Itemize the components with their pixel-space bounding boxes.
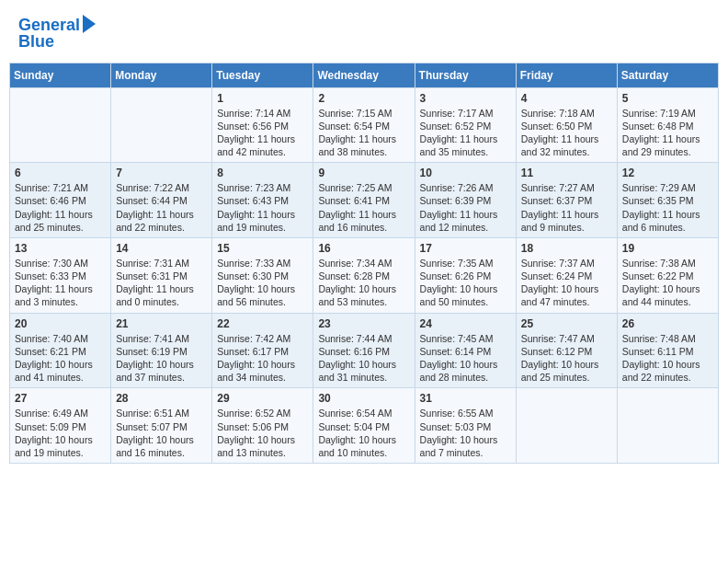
day-info: Sunrise: 6:55 AMSunset: 5:03 PMDaylight:… xyxy=(420,407,511,459)
calendar-header: SundayMondayTuesdayWednesdayThursdayFrid… xyxy=(10,63,719,87)
logo: General Blue xyxy=(18,17,96,52)
day-info: Sunrise: 6:52 AMSunset: 5:06 PMDaylight:… xyxy=(217,407,308,459)
day-number: 21 xyxy=(116,317,207,330)
calendar-cell: 17Sunrise: 7:35 AMSunset: 6:26 PMDayligh… xyxy=(415,237,516,313)
calendar-week-3: 13Sunrise: 7:30 AMSunset: 6:33 PMDayligh… xyxy=(10,237,719,313)
calendar-cell xyxy=(516,388,617,464)
day-info: Sunrise: 7:38 AMSunset: 6:22 PMDaylight:… xyxy=(622,257,713,309)
day-number: 14 xyxy=(116,242,207,255)
day-number: 6 xyxy=(15,167,106,179)
calendar-cell: 6Sunrise: 7:21 AMSunset: 6:46 PMDaylight… xyxy=(10,163,111,238)
calendar-cell: 24Sunrise: 7:45 AMSunset: 6:14 PMDayligh… xyxy=(415,313,516,388)
day-number: 15 xyxy=(217,242,308,255)
calendar-cell: 29Sunrise: 6:52 AMSunset: 5:06 PMDayligh… xyxy=(212,388,313,464)
day-number: 3 xyxy=(420,92,511,105)
day-number: 10 xyxy=(420,167,511,179)
day-number: 24 xyxy=(420,317,511,330)
calendar-cell: 3Sunrise: 7:17 AMSunset: 6:52 PMDaylight… xyxy=(415,87,516,163)
day-number: 22 xyxy=(217,317,308,330)
calendar-cell: 28Sunrise: 6:51 AMSunset: 5:07 PMDayligh… xyxy=(111,388,212,464)
calendar-cell: 13Sunrise: 7:30 AMSunset: 6:33 PMDayligh… xyxy=(10,237,111,313)
calendar-cell: 12Sunrise: 7:29 AMSunset: 6:35 PMDayligh… xyxy=(617,163,718,238)
day-info: Sunrise: 7:22 AMSunset: 6:44 PMDaylight:… xyxy=(116,181,207,234)
day-number: 8 xyxy=(217,167,308,179)
day-info: Sunrise: 7:21 AMSunset: 6:46 PMDaylight:… xyxy=(15,181,106,234)
page-header: General Blue xyxy=(9,9,719,57)
day-info: Sunrise: 7:40 AMSunset: 6:21 PMDaylight:… xyxy=(15,332,106,385)
day-info: Sunrise: 7:31 AMSunset: 6:31 PMDaylight:… xyxy=(116,257,207,309)
day-number: 18 xyxy=(521,242,612,255)
day-info: Sunrise: 7:41 AMSunset: 6:19 PMDaylight:… xyxy=(116,332,207,385)
day-number: 26 xyxy=(622,317,713,330)
day-info: Sunrise: 7:14 AMSunset: 6:56 PMDaylight:… xyxy=(217,107,308,159)
day-info: Sunrise: 7:48 AMSunset: 6:11 PMDaylight:… xyxy=(622,332,713,385)
day-info: Sunrise: 6:54 AMSunset: 5:04 PMDaylight:… xyxy=(318,407,409,459)
day-info: Sunrise: 7:17 AMSunset: 6:52 PMDaylight:… xyxy=(420,107,511,159)
day-info: Sunrise: 7:30 AMSunset: 6:33 PMDaylight:… xyxy=(15,257,106,309)
day-number: 25 xyxy=(521,317,612,330)
day-number: 4 xyxy=(521,92,612,105)
day-number: 23 xyxy=(318,317,409,330)
calendar-cell: 22Sunrise: 7:42 AMSunset: 6:17 PMDayligh… xyxy=(212,313,313,388)
day-number: 28 xyxy=(116,392,207,405)
day-number: 20 xyxy=(15,317,106,330)
day-info: Sunrise: 7:37 AMSunset: 6:24 PMDaylight:… xyxy=(521,257,612,309)
day-info: Sunrise: 7:15 AMSunset: 6:54 PMDaylight:… xyxy=(318,107,409,159)
day-info: Sunrise: 7:23 AMSunset: 6:43 PMDaylight:… xyxy=(217,181,308,234)
calendar-cell: 10Sunrise: 7:26 AMSunset: 6:39 PMDayligh… xyxy=(415,163,516,238)
day-number: 30 xyxy=(318,392,409,405)
day-info: Sunrise: 7:34 AMSunset: 6:28 PMDaylight:… xyxy=(318,257,409,309)
day-number: 31 xyxy=(420,392,511,405)
calendar-cell: 16Sunrise: 7:34 AMSunset: 6:28 PMDayligh… xyxy=(313,237,415,313)
day-info: Sunrise: 7:29 AMSunset: 6:35 PMDaylight:… xyxy=(622,181,713,234)
dow-header-wednesday: Wednesday xyxy=(313,63,415,87)
day-info: Sunrise: 7:35 AMSunset: 6:26 PMDaylight:… xyxy=(420,257,511,309)
day-info: Sunrise: 7:18 AMSunset: 6:50 PMDaylight:… xyxy=(521,107,612,159)
logo-blue: Blue xyxy=(18,33,54,52)
calendar-cell: 31Sunrise: 6:55 AMSunset: 5:03 PMDayligh… xyxy=(415,388,516,464)
calendar-cell: 15Sunrise: 7:33 AMSunset: 6:30 PMDayligh… xyxy=(212,237,313,313)
day-number: 27 xyxy=(15,392,106,405)
day-number: 11 xyxy=(521,167,612,179)
day-info: Sunrise: 7:19 AMSunset: 6:48 PMDaylight:… xyxy=(622,107,713,159)
day-number: 12 xyxy=(622,167,713,179)
day-number: 29 xyxy=(217,392,308,405)
calendar-week-5: 27Sunrise: 6:49 AMSunset: 5:09 PMDayligh… xyxy=(10,388,719,464)
day-info: Sunrise: 7:45 AMSunset: 6:14 PMDaylight:… xyxy=(420,332,511,385)
day-info: Sunrise: 7:27 AMSunset: 6:37 PMDaylight:… xyxy=(521,181,612,234)
day-info: Sunrise: 7:33 AMSunset: 6:30 PMDaylight:… xyxy=(217,257,308,309)
calendar-cell xyxy=(111,87,212,163)
calendar-cell: 18Sunrise: 7:37 AMSunset: 6:24 PMDayligh… xyxy=(516,237,617,313)
day-number: 7 xyxy=(116,167,207,179)
calendar-cell: 21Sunrise: 7:41 AMSunset: 6:19 PMDayligh… xyxy=(111,313,212,388)
calendar-cell: 23Sunrise: 7:44 AMSunset: 6:16 PMDayligh… xyxy=(313,313,415,388)
calendar-cell: 2Sunrise: 7:15 AMSunset: 6:54 PMDaylight… xyxy=(313,87,415,163)
calendar-cell: 20Sunrise: 7:40 AMSunset: 6:21 PMDayligh… xyxy=(10,313,111,388)
day-number: 1 xyxy=(217,92,308,105)
calendar-week-2: 6Sunrise: 7:21 AMSunset: 6:46 PMDaylight… xyxy=(10,163,719,238)
dow-header-sunday: Sunday xyxy=(10,63,111,87)
calendar-cell: 30Sunrise: 6:54 AMSunset: 5:04 PMDayligh… xyxy=(313,388,415,464)
calendar-table: SundayMondayTuesdayWednesdayThursdayFrid… xyxy=(9,63,719,464)
day-info: Sunrise: 7:25 AMSunset: 6:41 PMDaylight:… xyxy=(318,181,409,234)
calendar-cell: 7Sunrise: 7:22 AMSunset: 6:44 PMDaylight… xyxy=(111,163,212,238)
day-number: 19 xyxy=(622,242,713,255)
day-number: 9 xyxy=(318,167,409,179)
day-info: Sunrise: 7:47 AMSunset: 6:12 PMDaylight:… xyxy=(521,332,612,385)
calendar-cell: 4Sunrise: 7:18 AMSunset: 6:50 PMDaylight… xyxy=(516,87,617,163)
day-info: Sunrise: 7:42 AMSunset: 6:17 PMDaylight:… xyxy=(217,332,308,385)
day-number: 16 xyxy=(318,242,409,255)
logo-arrow-icon xyxy=(83,15,96,33)
calendar-week-4: 20Sunrise: 7:40 AMSunset: 6:21 PMDayligh… xyxy=(10,313,719,388)
calendar-cell: 9Sunrise: 7:25 AMSunset: 6:41 PMDaylight… xyxy=(313,163,415,238)
day-info: Sunrise: 7:26 AMSunset: 6:39 PMDaylight:… xyxy=(420,181,511,234)
day-number: 5 xyxy=(622,92,713,105)
day-info: Sunrise: 7:44 AMSunset: 6:16 PMDaylight:… xyxy=(318,332,409,385)
day-info: Sunrise: 6:51 AMSunset: 5:07 PMDaylight:… xyxy=(116,407,207,459)
calendar-cell xyxy=(617,388,718,464)
calendar-cell: 25Sunrise: 7:47 AMSunset: 6:12 PMDayligh… xyxy=(516,313,617,388)
calendar-cell: 14Sunrise: 7:31 AMSunset: 6:31 PMDayligh… xyxy=(111,237,212,313)
day-info: Sunrise: 6:49 AMSunset: 5:09 PMDaylight:… xyxy=(15,407,106,459)
calendar-cell: 8Sunrise: 7:23 AMSunset: 6:43 PMDaylight… xyxy=(212,163,313,238)
dow-header-thursday: Thursday xyxy=(415,63,516,87)
